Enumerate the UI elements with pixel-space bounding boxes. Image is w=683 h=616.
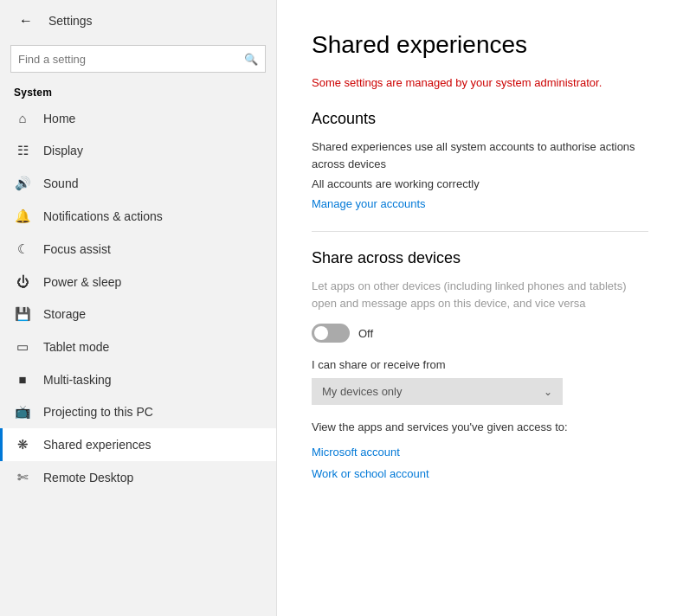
sidebar-item-label: Storage: [43, 307, 86, 321]
accounts-description: Shared experiences use all system accoun…: [312, 138, 648, 172]
share-description: Let apps on other devices (including lin…: [312, 278, 648, 311]
view-access-text: View the apps and services you've given …: [312, 420, 648, 433]
search-input[interactable]: [18, 53, 244, 66]
notifications-icon: 🔔: [14, 209, 31, 224]
manage-accounts-link[interactable]: Manage your accounts: [312, 197, 426, 210]
sidebar-item-projecting[interactable]: 📺 Projecting to this PC: [0, 395, 276, 428]
chevron-down-icon: ⌄: [544, 386, 552, 398]
sidebar-item-label: Display: [43, 144, 83, 157]
sidebar-item-home[interactable]: ⌂ Home: [0, 102, 276, 134]
sidebar-item-focus[interactable]: ☾ Focus assist: [0, 233, 276, 266]
storage-icon: 💾: [14, 306, 31, 322]
sidebar-item-shared[interactable]: ❋ Shared experiences: [0, 428, 276, 461]
microsoft-account-link[interactable]: Microsoft account: [312, 446, 648, 459]
main-content: Shared experiences Some settings are man…: [277, 0, 683, 616]
sidebar-item-label: Tablet mode: [43, 340, 109, 354]
multitasking-icon: ■: [14, 372, 31, 387]
devices-dropdown[interactable]: My devices only ⌄: [312, 378, 563, 405]
share-section: Share across devices Let apps on other d…: [312, 249, 648, 480]
nav-section-label: System: [0, 80, 276, 102]
toggle-label: Off: [358, 327, 373, 340]
back-button[interactable]: ←: [14, 9, 38, 33]
remote-icon: ✄: [14, 470, 31, 485]
sidebar-item-multitasking[interactable]: ■ Multi-tasking: [0, 363, 276, 395]
shared-icon: ❋: [14, 437, 31, 452]
work-school-account-link[interactable]: Work or school account: [312, 467, 648, 480]
search-box[interactable]: 🔍: [10, 45, 266, 73]
home-icon: ⌂: [14, 111, 31, 125]
tablet-icon: ▭: [14, 339, 31, 355]
display-icon: ☷: [14, 143, 31, 158]
app-title: Settings: [48, 14, 93, 28]
page-title: Shared experiences: [312, 31, 648, 59]
share-toggle-row: Off: [312, 324, 648, 343]
share-section-title: Share across devices: [312, 249, 648, 267]
sidebar-item-notifications[interactable]: 🔔 Notifications & actions: [0, 200, 276, 233]
sidebar-item-display[interactable]: ☷ Display: [0, 134, 276, 167]
sidebar-item-sound[interactable]: 🔊 Sound: [0, 167, 276, 200]
accounts-status: All accounts are working correctly: [312, 177, 648, 190]
search-icon: 🔍: [244, 53, 258, 66]
sidebar-item-label: Remote Desktop: [43, 471, 133, 484]
sidebar-item-power[interactable]: ⏻ Power & sleep: [0, 266, 276, 298]
sidebar-item-label: Shared experiences: [43, 438, 151, 452]
sidebar-item-label: Projecting to this PC: [43, 405, 153, 419]
section-divider: [312, 231, 648, 232]
sidebar-item-label: Power & sleep: [43, 275, 121, 289]
admin-warning: Some settings are managed by your system…: [312, 76, 648, 89]
power-icon: ⏻: [14, 274, 31, 289]
dropdown-label: I can share or receive from: [312, 358, 648, 371]
focus-icon: ☾: [14, 241, 31, 257]
sidebar-item-label: Multi-tasking: [43, 373, 112, 387]
back-arrow-icon: ←: [19, 13, 33, 29]
dropdown-value: My devices only: [322, 385, 402, 398]
sidebar-item-label: Focus assist: [43, 242, 111, 256]
sidebar-item-storage[interactable]: 💾 Storage: [0, 298, 276, 330]
projecting-icon: 📺: [14, 404, 31, 420]
sidebar-item-label: Home: [43, 112, 75, 125]
sidebar-item-tablet[interactable]: ▭ Tablet mode: [0, 330, 276, 363]
accounts-section-title: Accounts: [312, 110, 648, 128]
sidebar-header: ← Settings: [0, 0, 276, 42]
sidebar-item-remote[interactable]: ✄ Remote Desktop: [0, 461, 276, 494]
share-toggle[interactable]: [312, 324, 350, 343]
sound-icon: 🔊: [14, 176, 31, 191]
toggle-knob: [314, 326, 328, 340]
sidebar: ← Settings 🔍 System ⌂ Home ☷ Display 🔊 S…: [0, 0, 277, 616]
sidebar-item-label: Notifications & actions: [43, 209, 163, 223]
sidebar-item-label: Sound: [43, 176, 78, 190]
